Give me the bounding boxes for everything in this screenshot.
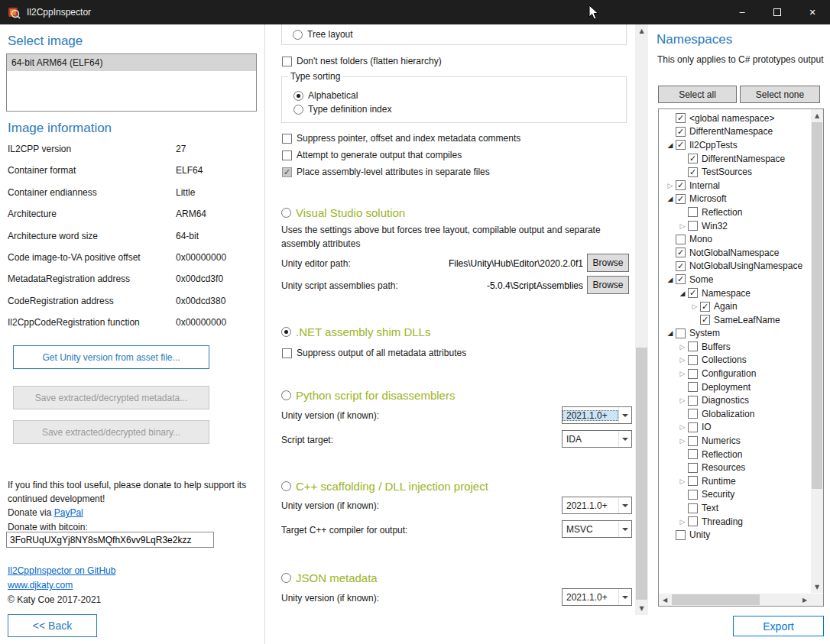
script-target-select[interactable]: IDA (562, 430, 632, 448)
tree-checkbox[interactable] (688, 369, 698, 379)
tree-item[interactable]: Deployment (659, 380, 810, 394)
tree-checkbox[interactable] (688, 422, 698, 432)
collapse-icon[interactable]: ◢ (665, 276, 676, 283)
tree-hscrollbar-thumb[interactable] (672, 594, 760, 605)
checkbox-separate-attribute-files[interactable]: Place assembly-level attributes in separ… (282, 167, 490, 177)
tree-checkbox[interactable] (688, 355, 698, 365)
tree-item[interactable]: ▷Again (659, 299, 810, 313)
radio-json-metadata[interactable]: JSON metadata (281, 571, 378, 584)
radio-alphabetical[interactable]: Alphabetical (293, 90, 358, 101)
cpp-compiler-select[interactable]: MSVC (562, 520, 632, 538)
tree-checkbox[interactable] (676, 140, 686, 150)
tree-item[interactable]: ◢Microsoft (659, 193, 810, 206)
select-all-button[interactable]: Select all (658, 86, 737, 103)
minimize-button[interactable]: ─ (725, 0, 760, 24)
browse-editor-path-button[interactable]: Browse (587, 254, 629, 272)
tree-item[interactable]: ▷Diagnostics (659, 393, 810, 407)
tree-item[interactable]: ◢Namespace (659, 286, 810, 300)
get-unity-version-button[interactable]: Get Unity version from asset file... (13, 345, 209, 369)
maximize-button[interactable] (760, 0, 795, 24)
radio-cpp-scaffolding[interactable]: C++ scaffolding / DLL injection project (281, 480, 488, 493)
expand-icon[interactable]: ▷ (677, 370, 688, 377)
tree-item[interactable]: NotGlobalNamespace (659, 246, 810, 260)
browse-assemblies-path-button[interactable]: Browse (587, 276, 629, 294)
unity-editor-path-input[interactable] (423, 256, 583, 271)
tree-item[interactable]: Text (659, 501, 810, 515)
image-listbox[interactable]: 64-bit ARM64 (ELF64) (6, 53, 257, 112)
tree-checkbox[interactable] (688, 516, 698, 526)
scroll-up-icon[interactable]: ▲ (811, 109, 823, 121)
tree-item[interactable]: TestSources (659, 165, 810, 179)
tree-checkbox[interactable] (676, 113, 686, 123)
tree-item[interactable]: Mono (659, 232, 810, 246)
tree-checkbox[interactable] (676, 328, 686, 338)
tree-checkbox[interactable] (688, 449, 698, 459)
tree-item[interactable]: Resources (659, 461, 810, 474)
tree-item[interactable]: ◢System (659, 327, 810, 341)
scroll-up-icon[interactable]: ▲ (635, 24, 648, 37)
radio-visual-studio-solution[interactable]: Visual Studio solution (281, 206, 405, 219)
expand-icon[interactable]: ▷ (677, 222, 688, 230)
tree-item[interactable]: <global namespace> (659, 112, 810, 125)
image-list-item[interactable]: 64-bit ARM64 (ELF64) (7, 54, 256, 71)
tree-checkbox[interactable] (688, 463, 698, 473)
tree-checkbox[interactable] (688, 382, 698, 392)
paypal-link[interactable]: PayPal (54, 507, 83, 518)
tree-item[interactable]: ▷IO (659, 421, 810, 435)
scroll-right-icon[interactable]: ▶ (799, 594, 811, 606)
tree-item[interactable]: Reflection (659, 205, 810, 219)
scroll-left-icon[interactable]: ◀ (659, 594, 671, 606)
unity-version-select-json[interactable]: 2021.1.0+ (562, 588, 632, 606)
tree-checkbox[interactable] (676, 261, 686, 271)
expand-icon[interactable]: ▷ (677, 343, 688, 351)
collapse-icon[interactable]: ◢ (677, 290, 688, 297)
radio-python-script[interactable]: Python script for disassemblers (281, 389, 455, 402)
tree-checkbox[interactable] (676, 274, 686, 284)
tree-checkbox[interactable] (688, 396, 698, 406)
expand-icon[interactable]: ▷ (677, 477, 688, 485)
tree-item[interactable]: ▷Threading (659, 515, 810, 529)
checkbox-suppress-metadata-comments[interactable]: Suppress pointer, offset and index metad… (282, 133, 520, 144)
tree-item[interactable]: ▷Win32 (659, 219, 810, 233)
tree-item[interactable]: ▷Configuration (659, 367, 810, 380)
tree-checkbox[interactable] (688, 341, 698, 351)
tree-item[interactable]: Unity (659, 528, 810, 542)
radio-tree-layout[interactable]: Tree layout (293, 29, 353, 40)
tree-checkbox[interactable] (676, 127, 686, 137)
expand-icon[interactable]: ▷ (677, 396, 688, 404)
tree-checkbox[interactable] (688, 154, 698, 163)
tree-item[interactable]: ▷Runtime (659, 474, 810, 488)
tree-item[interactable]: ▷Numerics (659, 434, 810, 448)
tree-checkbox[interactable] (688, 409, 698, 419)
tree-checkbox[interactable] (688, 167, 698, 177)
tree-checkbox[interactable] (688, 288, 698, 298)
script-assemblies-path-input[interactable] (423, 278, 583, 293)
tree-checkbox[interactable] (676, 530, 686, 540)
namespace-tree[interactable]: <global namespace>DifferentNamespace◢Il2… (659, 109, 810, 593)
unity-version-select-cpp[interactable]: 2021.1.0+ (562, 497, 632, 514)
collapse-icon[interactable]: ◢ (665, 329, 676, 337)
tree-checkbox[interactable] (700, 315, 710, 325)
expand-icon[interactable]: ▷ (677, 423, 688, 431)
bitcoin-address-input[interactable] (6, 532, 214, 548)
close-button[interactable]: ✕ (795, 0, 830, 24)
radio-type-definition-index[interactable]: Type definition index (293, 104, 391, 115)
expand-icon[interactable]: ▷ (677, 356, 688, 364)
tree-item[interactable]: ▷Internal (659, 179, 810, 193)
scroll-down-icon[interactable]: ▼ (811, 581, 823, 593)
tree-vscrollbar-thumb[interactable] (812, 122, 822, 489)
tree-item[interactable]: DifferentNamespace (659, 152, 810, 166)
tree-checkbox[interactable] (676, 235, 686, 244)
checkbox-suppress-metadata-attributes[interactable]: Suppress output of all metadata attribut… (282, 348, 466, 358)
tree-item[interactable]: NotGlobalUsingNamespace (659, 260, 810, 273)
expand-icon[interactable]: ▷ (665, 182, 676, 189)
unity-version-select-python[interactable]: 2021.1.0+ (562, 406, 632, 424)
back-button[interactable]: << Back (8, 614, 97, 637)
tree-item[interactable]: DifferentNamespace (659, 125, 810, 139)
tree-item[interactable]: ◢Some (659, 273, 810, 286)
tree-item[interactable]: SameLeafName (659, 313, 810, 327)
export-button[interactable]: Export (733, 616, 824, 636)
expand-icon[interactable]: ▷ (677, 518, 688, 526)
save-metadata-button[interactable]: Save extracted/decrypted metadata... (13, 386, 209, 409)
scroll-down-icon[interactable]: ▼ (635, 602, 648, 615)
